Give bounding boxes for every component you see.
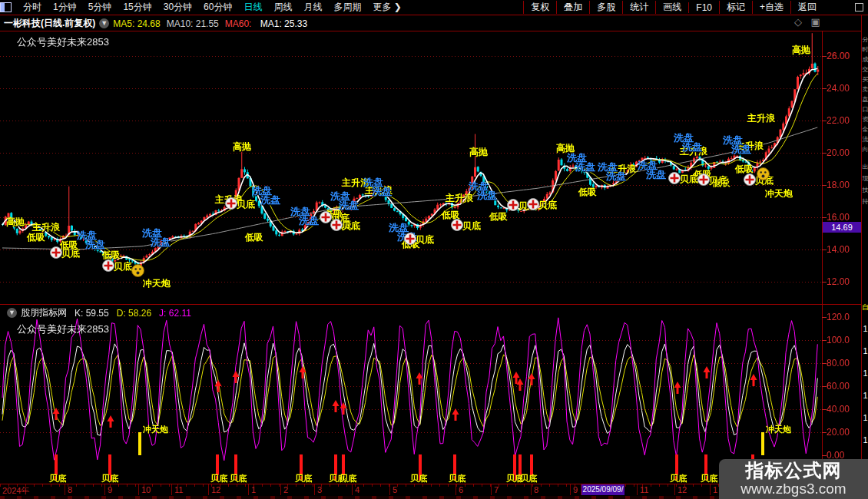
button-画线[interactable]: 画线: [655, 1, 688, 14]
signal-label-zhushenglang: 主升浪: [446, 192, 473, 205]
signal-label-beidi: 贝底: [416, 233, 434, 246]
tab-更多 ❯[interactable]: 更多 ❯: [373, 1, 401, 14]
month-separator: [352, 484, 353, 495]
stock-info-bar: 一彬科技(日线.前复权) ▼ MA5: 24.68MA10: 21.55MA60…: [0, 15, 868, 31]
window-grid-icon[interactable]: [0, 2, 12, 12]
axis-tick: [822, 386, 827, 387]
month-separator: [314, 484, 315, 495]
beidi-coin-icon: [330, 219, 343, 231]
button-复权[interactable]: 复权: [523, 1, 556, 14]
axis-tick: [822, 88, 827, 89]
sidebar-glyph: 持: [862, 197, 868, 206]
signal-label-chongtianpao: 冲天炮: [765, 187, 793, 200]
surprised-face-icon: [757, 167, 770, 180]
indicator-name[interactable]: 股朋指标网: [21, 306, 67, 319]
month-separator: [248, 484, 249, 495]
tab-日线[interactable]: 日线: [244, 1, 262, 14]
chevron-down-icon[interactable]: ▼: [99, 18, 109, 28]
kdj-chongtianpao-label: 冲天炮: [766, 424, 791, 435]
button-多股[interactable]: 多股: [589, 1, 622, 14]
kdj-beidi-label: 贝底: [520, 473, 537, 484]
button-叠加[interactable]: 叠加: [556, 1, 589, 14]
sidebar-glyph: 成: [862, 55, 868, 64]
signal-label-xipan: 洗盘: [682, 140, 702, 154]
kdj-axis-label: 60.00: [827, 381, 860, 392]
chevron-down-icon[interactable]: ▼: [7, 308, 17, 318]
sidebar-glyph: 交: [862, 65, 868, 74]
button-统计[interactable]: 统计: [622, 1, 655, 14]
date-label: 9: [573, 485, 578, 494]
tab-1分钟[interactable]: 1分钟: [53, 1, 77, 14]
signal-label-xipan: 洗盘: [339, 199, 359, 213]
signal-label-xipan: 洗盘: [731, 143, 751, 157]
signal-label-xipan: 洗盘: [260, 193, 280, 207]
signal-label-xipan: 洗盘: [85, 238, 105, 252]
sidebar-glyph: 金: [862, 125, 868, 134]
month-separator: [456, 484, 456, 495]
kdj-beidi-label: 贝底: [210, 473, 227, 484]
sidebar-glyph: 买: [862, 75, 868, 84]
kdj-d-value: D: 58.26: [117, 308, 151, 319]
ma-value: MA10: 21.55: [167, 18, 219, 29]
price-axis-label: 22.00: [827, 115, 860, 126]
top-toolbar: 分时1分钟5分钟15分钟30分钟60分钟日线周线月线多周期更多 ❯ 复权叠加多股…: [0, 0, 868, 15]
button-标记[interactable]: 标记: [719, 1, 752, 14]
tab-分时[interactable]: 分时: [23, 1, 41, 14]
month-separator: [65, 484, 65, 495]
sidebar-glyph: 分: [862, 35, 868, 44]
date-label: 2024年: [2, 485, 29, 497]
tab-15分钟[interactable]: 15分钟: [123, 1, 151, 14]
axis-tick: [822, 217, 827, 218]
kdj-beidi-label: 贝底: [449, 473, 465, 484]
button-F10[interactable]: F10: [688, 2, 719, 13]
beidi-coin-icon: [404, 233, 416, 245]
kdj-beidi-label: 贝底: [410, 473, 427, 484]
tab-月线[interactable]: 月线: [303, 1, 322, 14]
sidebar-glyph: 卖: [862, 85, 868, 94]
signal-label-beidi: 贝底: [114, 260, 132, 273]
stock-title: 一彬科技(日线.前复权): [4, 17, 95, 30]
tab-30分钟[interactable]: 30分钟: [164, 1, 192, 14]
sidebar-watchlist-label[interactable]: 自: [862, 302, 868, 312]
tab-多周期[interactable]: 多周期: [333, 1, 361, 14]
beidi-coin-icon: [507, 199, 519, 211]
kdj-indicator-canvas[interactable]: [0, 305, 822, 484]
kdj-beidi-label: 贝底: [49, 473, 66, 484]
date-label: 3: [317, 485, 322, 494]
month-separator: [531, 484, 532, 495]
axis-tick: [822, 409, 827, 410]
date-label: 10: [141, 485, 151, 494]
kdj-axis-label: 40.00: [827, 404, 860, 415]
signal-label-beidi: 贝底: [462, 220, 481, 233]
signal-label-xipan: 洗盘: [299, 214, 319, 228]
axis-tick: [822, 56, 827, 57]
signal-label-beidi: 贝底: [709, 174, 727, 187]
button-+自选[interactable]: +自选: [752, 1, 790, 14]
signal-label-dixi: 低吸: [578, 186, 597, 199]
signal-label-xipan: 洗盘: [151, 236, 171, 250]
signal-label-xipan: 洗盘: [575, 160, 595, 174]
sidebar-row-digit: 1: [862, 368, 868, 378]
signal-label-xipan: 洗盘: [646, 168, 666, 182]
beidi-coin-icon: [744, 173, 756, 186]
corner-icon[interactable]: [855, 3, 863, 12]
signal-label-gaopao: 高抛: [469, 146, 488, 159]
sidebar-row-digit: 1: [862, 413, 868, 422]
beidi-coin-icon: [102, 259, 114, 272]
tab-5分钟[interactable]: 5分钟: [88, 1, 112, 14]
kdj-axis-label: 120.0: [827, 312, 860, 322]
price-axis-label: 26.00: [827, 51, 860, 61]
axis-tick: [822, 363, 827, 364]
signal-label-gaopao: 高抛: [233, 140, 251, 154]
pane-divider[interactable]: [0, 304, 861, 305]
tab-60分钟[interactable]: 60分钟: [204, 1, 232, 14]
kdj-axis-label: 80.00: [827, 358, 860, 368]
signal-label-dixi: 低吸: [245, 231, 263, 244]
axis-tick: [822, 185, 827, 186]
tab-周线[interactable]: 周线: [273, 1, 292, 14]
right-sidebar-strip[interactable]: 分时成交买卖盘口资金流向出现技持自1111111: [861, 15, 868, 499]
kdj-beidi-label: 贝底: [295, 473, 312, 484]
kdj-beidi-label: 贝底: [230, 473, 247, 484]
pane-control-icons[interactable]: ◇ ▣: [794, 16, 823, 28]
button-返回[interactable]: 返回: [790, 1, 823, 14]
